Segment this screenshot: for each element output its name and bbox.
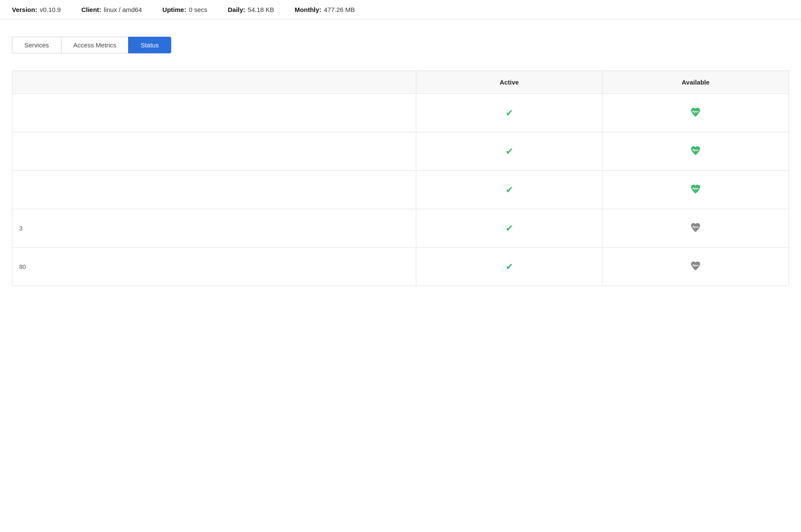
row-active-cell: ✔ bbox=[416, 209, 602, 248]
row-available-cell bbox=[602, 132, 789, 171]
client-item: Client: linux / amd64 bbox=[81, 6, 142, 13]
col-header-name bbox=[12, 71, 416, 94]
row-label bbox=[12, 171, 416, 209]
check-icon: ✔ bbox=[506, 146, 513, 157]
heart-monitor-icon bbox=[690, 145, 702, 157]
client-label: Client: bbox=[81, 6, 101, 13]
client-value: linux / amd64 bbox=[104, 6, 142, 13]
check-icon: ✔ bbox=[506, 184, 513, 195]
row-active-cell: ✔ bbox=[416, 132, 602, 171]
col-header-available: Available bbox=[602, 71, 789, 94]
tab-bar: Services Access Metrics Status bbox=[12, 37, 789, 53]
row-label bbox=[12, 132, 416, 171]
daily-label: Daily: bbox=[228, 6, 246, 13]
row-active-cell: ✔ bbox=[416, 248, 602, 286]
tab-access-metrics[interactable]: Access Metrics bbox=[61, 37, 129, 53]
daily-value: 54.18 KB bbox=[248, 6, 274, 13]
version-label: Version: bbox=[12, 6, 37, 13]
row-label: 80 bbox=[12, 248, 416, 286]
table-header-row: Active Available bbox=[12, 71, 789, 94]
row-available-cell bbox=[602, 171, 789, 209]
version-item: Version: v0.10.9 bbox=[12, 6, 61, 13]
table-row: 80✔ bbox=[12, 248, 789, 286]
heart-monitor-icon bbox=[690, 260, 702, 272]
row-label bbox=[12, 94, 416, 132]
tab-status[interactable]: Status bbox=[128, 37, 171, 53]
table-row: ✔ bbox=[12, 171, 789, 209]
monthly-label: Monthly: bbox=[295, 6, 321, 13]
check-icon: ✔ bbox=[506, 223, 513, 234]
top-bar: Version: v0.10.9 Client: linux / amd64 U… bbox=[0, 0, 801, 20]
table-row: ✔ bbox=[12, 94, 789, 132]
col-header-active: Active bbox=[416, 71, 602, 94]
table-row: 3✔ bbox=[12, 209, 789, 248]
status-table: Active Available ✔ ✔ ✔ 3✔ 80✔ bbox=[12, 70, 789, 286]
check-icon: ✔ bbox=[506, 261, 513, 272]
heart-monitor-icon bbox=[690, 183, 702, 195]
daily-item: Daily: 54.18 KB bbox=[228, 6, 275, 13]
version-value: v0.10.9 bbox=[40, 6, 61, 13]
uptime-label: Uptime: bbox=[162, 6, 186, 13]
content-area: Services Access Metrics Status Active Av… bbox=[0, 20, 801, 286]
row-available-cell bbox=[602, 209, 789, 248]
check-icon: ✔ bbox=[506, 108, 513, 118]
row-active-cell: ✔ bbox=[416, 94, 602, 132]
row-label: 3 bbox=[12, 209, 416, 248]
uptime-item: Uptime: 0 secs bbox=[162, 6, 207, 13]
uptime-value: 0 secs bbox=[189, 6, 207, 13]
row-active-cell: ✔ bbox=[416, 171, 602, 209]
row-available-cell bbox=[602, 94, 789, 132]
monthly-value: 477.26 MB bbox=[324, 6, 355, 13]
heart-monitor-icon bbox=[690, 222, 702, 234]
row-available-cell bbox=[602, 248, 789, 286]
monthly-item: Monthly: 477.26 MB bbox=[295, 6, 355, 13]
heart-monitor-icon bbox=[690, 106, 702, 118]
table-row: ✔ bbox=[12, 132, 789, 171]
tab-services[interactable]: Services bbox=[12, 37, 61, 53]
